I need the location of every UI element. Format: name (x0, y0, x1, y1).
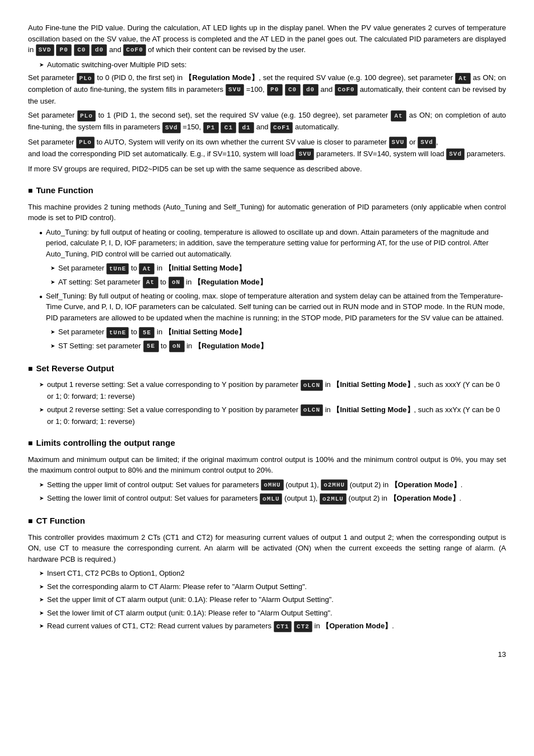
lcd-ct1: CT1 (274, 621, 292, 633)
ct-item1: Insert CT1, CT2 PCBs to Option1, Option2 (39, 568, 506, 579)
reverse1-item: output 1 reverse setting: Set a value co… (39, 379, 506, 402)
ct-item5-text: Read current values of CT1, CT2: Read cu… (47, 620, 394, 632)
lcd-plc-1: PLo (77, 73, 95, 85)
lcd-on-at: oN (168, 277, 184, 288)
lcd-c-1: C0 (285, 84, 301, 96)
limits-upper-item: Setting the upper limit of control outpu… (39, 479, 506, 491)
pid1-para: Set parameter PLo to 1 (PID 1, the secon… (28, 110, 506, 133)
lcd-cof1-2: CoF1 (270, 122, 293, 134)
intro-paragraph: Auto Fine-tune the PID value. During the… (28, 22, 506, 56)
reverse1-text: output 1 reverse setting: Set a value co… (47, 379, 506, 402)
lcd-olcn-1: oLCN (301, 380, 323, 391)
lcd-svd-2: SVd (162, 122, 181, 134)
lcd-at-2: At (391, 110, 406, 122)
lcd-svd1-3: SVd (418, 137, 436, 148)
lcd-svu-load: SVU (296, 148, 314, 160)
lcd-cof0: CoF0 (123, 44, 146, 56)
limits-lower-item: Setting the lower limit of control outpu… (39, 493, 506, 505)
tune-intro: This machine provides 2 tuning methods (… (28, 202, 506, 223)
lcd-at-1: At (455, 73, 471, 85)
auto-tuning-bullet: Auto_Tuning: by full output of heating o… (39, 227, 506, 260)
auto-switching-text: Automatic switching-over Multiple PID se… (47, 59, 186, 71)
ct-item4-text: Set the lower limit of CT alarm output (… (47, 608, 332, 619)
st-setting-text: ST Setting: set parameter 5E to oN in 【R… (58, 340, 268, 352)
ct-item4: Set the lower limit of CT alarm output (… (39, 608, 506, 619)
lcd-tune-st: tUnE (106, 327, 129, 339)
lcd-sv0: SVD (36, 44, 54, 56)
self-tuning-bullet: Self_Tuning: By full output of heating o… (39, 291, 506, 324)
at-setting-text: AT setting: Set parameter At to oN in 【R… (58, 277, 267, 288)
lcd-cofu-1: CoF0 (335, 84, 357, 96)
lcd-on-st: oN (169, 340, 185, 352)
limits-lower-text: Setting the lower limit of control outpu… (47, 493, 461, 505)
at-set-text: Set parameter tUnE to At in 【Initial Set… (58, 263, 246, 274)
ct-item3: Set the upper limit of CT alarm output (… (39, 594, 506, 605)
limits-section-title: Limits controlling the output range (28, 437, 506, 450)
st-set-text: Set parameter tUnE to 5E in 【Initial Set… (58, 326, 246, 338)
pid-auto-para: Set parameter PLo to AUTO, System will v… (28, 137, 506, 160)
limits-upper-text: Setting the upper limit of control outpu… (47, 479, 462, 491)
self-tuning-text: Self_Tuning: By full output of heating o… (46, 291, 506, 324)
ct-item1-text: Insert CT1, CT2 PCBs to Option1, Option2 (47, 568, 185, 579)
auto-switching-item: Automatic switching-over Multiple PID se… (39, 59, 506, 71)
ct-item2: Set the corresponding alarm to CT Alarm:… (39, 581, 506, 592)
lcd-p1-2: P1 (203, 122, 219, 134)
lcd-o2mhu: o2MHU (321, 479, 348, 491)
lcd-p0: P0 (56, 44, 72, 56)
lcd-at-reg: At (143, 277, 158, 288)
lcd-omlu: oMLU (260, 493, 282, 505)
page-content: Auto Fine-tune the PID value. During the… (28, 22, 506, 660)
ct-item2-text: Set the corresponding alarm to CT Alarm:… (47, 581, 307, 592)
lcd-d1-2: d1 (238, 122, 254, 134)
lcd-c1-2: C1 (221, 122, 236, 134)
tune-section-title: Tune Function (28, 184, 506, 197)
at-setting-param: AT setting: Set parameter At to oN in 【R… (50, 277, 506, 288)
st-setting-param: ST Setting: set parameter 5E to oN in 【R… (50, 340, 506, 352)
lcd-at-val: At (139, 263, 154, 275)
limits-intro: Maximum and minimum output can be limite… (28, 454, 506, 476)
lcd-omhu: oMHU (261, 479, 283, 491)
lcd-olcn-2: oLCN (301, 404, 323, 416)
ct-item5: Read current values of CT1, CT2: Read cu… (39, 620, 506, 632)
lcd-p-1: P0 (267, 84, 283, 96)
lcd-o2mlu: o2MLU (320, 493, 346, 505)
ct-item3-text: Set the upper limit of CT alarm output (… (47, 594, 334, 605)
lcd-plc-3: PLo (76, 137, 95, 148)
reverse2-item: output 2 reverse setting: Set a value co… (39, 404, 506, 427)
at-set-param: Set parameter tUnE to At in 【Initial Set… (50, 263, 506, 274)
reverse2-text: output 2 reverse setting: Set a value co… (47, 404, 506, 427)
lcd-d0: d0 (91, 44, 107, 56)
pid0-para: Set parameter PLo to 0 (PID 0, the first… (28, 72, 506, 106)
lcd-svu0-3: SVU (389, 137, 407, 148)
pid-groups-para: If more SV groups are required, PID2~PID… (28, 164, 506, 175)
lcd-tune-at: tUnE (106, 263, 129, 275)
lcd-5e-val: 5E (139, 327, 154, 339)
page-number: 13 (28, 649, 506, 660)
lcd-d-1: d0 (303, 84, 318, 96)
ct-intro: This controller provides maximum 2 CTs (… (28, 532, 506, 565)
lcd-ct2: CT2 (294, 621, 312, 633)
lcd-5e-st: 5E (143, 340, 159, 352)
ct-section-title: CT Function (28, 515, 506, 528)
lcd-plc-2: PLo (77, 110, 96, 122)
st-set-param: Set parameter tUnE to 5E in 【Initial Set… (50, 326, 506, 338)
lcd-c0: C0 (74, 44, 90, 56)
lcd-svd-load: SVd (446, 148, 465, 160)
auto-tuning-text: Auto_Tuning: by full output of heating o… (46, 227, 506, 260)
reverse-section-title: Set Reverse Output (28, 362, 506, 375)
lcd-svu-1: SVU (226, 84, 244, 96)
